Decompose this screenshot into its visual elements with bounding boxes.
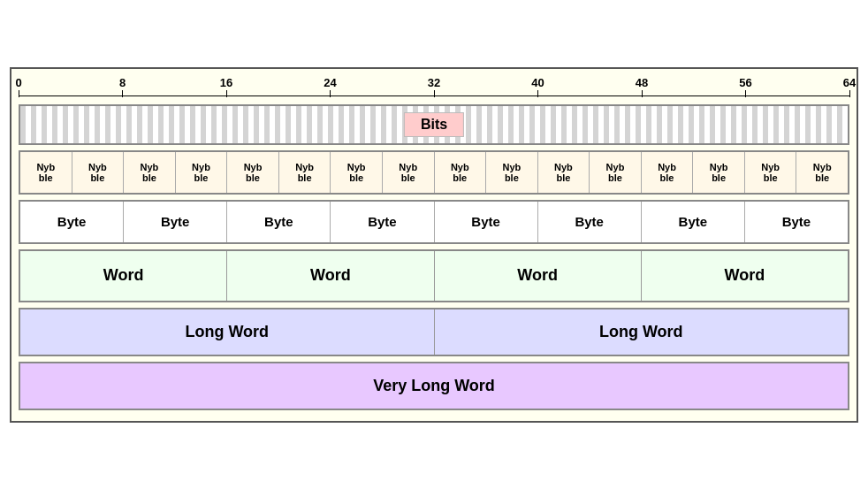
nibble-cell-12: Nybble	[642, 152, 694, 193]
nibble-cell-10: Nybble	[538, 152, 590, 193]
byte-cell-6: Byte	[642, 202, 745, 242]
nibble-cell-14: Nybble	[745, 152, 797, 193]
diagram-container: 0816243240485664 Bits NybbleNybbleNybble…	[10, 67, 858, 423]
ruler: 0816243240485664	[19, 76, 849, 101]
byte-cell-1: Byte	[124, 202, 227, 242]
longword-cell-1: Long Word	[435, 309, 849, 355]
ruler-label-24: 24	[324, 76, 336, 89]
nibble-cell-1: Nybble	[72, 152, 125, 193]
ruler-label-56: 56	[739, 76, 751, 89]
word-cell-1: Word	[227, 251, 434, 301]
byte-row: ByteByteByteByteByteByteByteByte	[19, 200, 849, 244]
nibble-cell-4: Nybble	[227, 152, 279, 193]
word-cell-2: Word	[435, 251, 642, 301]
byte-cell-3: Byte	[331, 202, 434, 242]
ruler-label-0: 0	[15, 76, 21, 89]
nibble-cell-11: Nybble	[590, 152, 642, 193]
vlongword-label: Very Long Word	[20, 363, 848, 409]
byte-cell-0: Byte	[20, 202, 124, 242]
bits-row: Bits	[19, 104, 849, 145]
ruler-label-40: 40	[531, 76, 544, 89]
word-row: WordWordWordWord	[19, 249, 849, 302]
ruler-label-16: 16	[220, 76, 232, 89]
vlongword-row: Very Long Word	[19, 362, 849, 410]
longword-row: Long WordLong Word	[19, 308, 849, 356]
ruler-line	[19, 96, 849, 96]
byte-cell-7: Byte	[745, 202, 848, 242]
word-cell-0: Word	[20, 251, 227, 301]
byte-cell-5: Byte	[538, 202, 642, 242]
word-cell-3: Word	[642, 251, 848, 301]
byte-cell-2: Byte	[227, 202, 331, 242]
nibble-cell-0: Nybble	[20, 152, 72, 193]
byte-cell-4: Byte	[435, 202, 538, 242]
nibble-cell-13: Nybble	[693, 152, 745, 193]
ruler-label-32: 32	[428, 76, 440, 89]
nibble-cell-7: Nybble	[383, 152, 435, 193]
nibble-cell-2: Nybble	[124, 152, 176, 193]
nibble-row: NybbleNybbleNybbleNybbleNybbleNybbleNybb…	[19, 150, 849, 195]
nibble-cell-5: Nybble	[279, 152, 331, 193]
ruler-label-8: 8	[119, 76, 126, 89]
nibble-cell-6: Nybble	[331, 152, 383, 193]
nibble-cell-8: Nybble	[435, 152, 487, 193]
nibble-cell-15: Nybble	[796, 152, 848, 193]
longword-cell-0: Long Word	[20, 309, 435, 355]
ruler-label-64: 64	[843, 76, 856, 89]
bits-label: Bits	[404, 112, 464, 137]
nibble-cell-9: Nybble	[486, 152, 538, 193]
nibble-cell-3: Nybble	[176, 152, 228, 193]
ruler-labels: 0816243240485664	[19, 76, 849, 101]
ruler-label-48: 48	[636, 76, 648, 89]
